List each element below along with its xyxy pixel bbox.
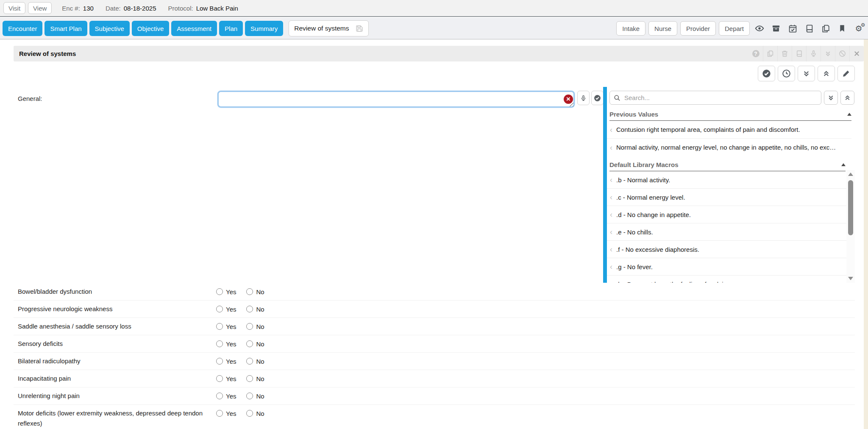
general-input-wrap: × [217, 91, 575, 108]
double-chevron-down-icon[interactable] [798, 66, 815, 81]
yes-option[interactable]: Yes [216, 408, 236, 418]
general-input[interactable] [217, 91, 575, 108]
macro-item[interactable]: ‹ .c - Normal energy level. [607, 188, 846, 206]
no-radio[interactable] [246, 306, 253, 312]
nav-tab[interactable]: Objective [132, 21, 170, 36]
stage-button[interactable]: Nurse [648, 21, 677, 36]
copy-icon[interactable] [819, 21, 832, 36]
no-radio[interactable] [246, 288, 253, 295]
no-option[interactable]: No [246, 287, 264, 297]
macro-item[interactable]: ‹ .d - No change in appetite. [607, 206, 846, 223]
no-option[interactable]: No [246, 356, 264, 366]
yes-option[interactable]: Yes [216, 321, 236, 332]
macro-item[interactable]: ‹ .h - Does not have the feeling of mala… [607, 275, 846, 283]
ban-icon[interactable] [835, 46, 849, 61]
no-label: No [256, 358, 264, 365]
clock-icon[interactable] [778, 66, 795, 81]
yes-option[interactable]: Yes [216, 304, 236, 314]
no-radio[interactable] [246, 358, 253, 365]
archive-icon[interactable] [769, 21, 783, 36]
stage-button[interactable]: Depart [719, 21, 750, 36]
macro-item[interactable]: ‹ .f - No excessive diaphoresis. [607, 240, 846, 258]
double-chevron-down-icon[interactable] [821, 46, 835, 61]
microphone-icon[interactable] [577, 91, 590, 105]
nav-tab[interactable]: Summary [245, 21, 283, 36]
nav-tab[interactable]: Encounter [3, 21, 42, 36]
yes-radio[interactable] [216, 358, 223, 365]
yes-radio[interactable] [216, 323, 223, 330]
trash-icon[interactable] [777, 46, 792, 61]
no-radio[interactable] [246, 340, 253, 347]
nav-tab[interactable]: Plan [219, 21, 243, 36]
question-row: Motor deficits (lower extremity weakness… [14, 404, 855, 429]
pencil-icon[interactable] [837, 66, 855, 81]
question-label: Bowel/bladder dysfunction [18, 287, 216, 297]
book-icon[interactable] [792, 46, 806, 61]
double-chevron-down-icon[interactable] [824, 91, 838, 105]
eye-icon[interactable] [753, 21, 766, 36]
collapse-triangle-icon[interactable] [841, 163, 846, 166]
nav-tab[interactable]: Smart Plan [45, 21, 87, 36]
no-option[interactable]: No [246, 373, 264, 384]
previous-values-title: Previous Values [609, 111, 658, 118]
nav-tab[interactable]: Assessment [171, 21, 217, 36]
macro-search-row [609, 91, 855, 105]
question-label: Progressive neurologic weakness [18, 304, 216, 314]
document-tab[interactable]: Review of systems [289, 20, 369, 36]
general-field-label: General: [18, 95, 42, 102]
macro-item[interactable]: ‹ .e - No chills. [607, 223, 846, 240]
stage-button[interactable]: Intake [616, 21, 645, 36]
no-radio[interactable] [246, 375, 253, 382]
previous-value-item[interactable]: ‹ Contusion right temporal area, complai… [607, 121, 851, 138]
yes-radio[interactable] [216, 410, 223, 417]
yes-radio[interactable] [216, 306, 223, 312]
nav-tab[interactable]: Subjective [89, 21, 130, 36]
confirm-check-icon[interactable] [591, 91, 604, 105]
check-circle-icon[interactable] [758, 66, 775, 81]
gear-small: ⚙ [861, 22, 865, 28]
panel-title: Review of systems [14, 50, 76, 57]
clear-field-button[interactable]: × [564, 95, 573, 104]
settings-gears-icon[interactable]: ⚙⚙ [852, 21, 865, 36]
book-icon[interactable] [802, 21, 816, 36]
microphone-icon[interactable] [806, 46, 821, 61]
yes-radio[interactable] [216, 340, 223, 347]
yes-radio[interactable] [216, 375, 223, 382]
macro-item[interactable]: ‹ .g - No fever. [607, 258, 846, 275]
no-option[interactable]: No [246, 391, 264, 401]
double-chevron-up-icon[interactable] [840, 91, 854, 105]
yes-radio[interactable] [216, 393, 223, 399]
bookmark-icon[interactable] [835, 21, 849, 36]
close-icon[interactable] [849, 46, 864, 61]
no-option[interactable]: No [246, 339, 264, 349]
no-radio[interactable] [246, 393, 253, 399]
yes-option[interactable]: Yes [216, 356, 236, 366]
calendar-check-icon[interactable] [786, 21, 799, 36]
scroll-down-arrow[interactable] [848, 277, 853, 280]
search-input[interactable] [623, 94, 817, 102]
previous-value-item[interactable]: ‹ Normal activity, normal energy level, … [607, 138, 851, 156]
no-radio[interactable] [246, 323, 253, 330]
collapse-triangle-icon[interactable] [847, 113, 851, 116]
visit-button[interactable]: Visit [3, 2, 25, 14]
no-option[interactable]: No [246, 321, 264, 332]
question-options: Yes No [216, 339, 264, 349]
no-label: No [256, 323, 264, 330]
help-icon[interactable]: ? [748, 46, 763, 61]
no-radio[interactable] [246, 410, 253, 417]
scroll-up-arrow[interactable] [848, 173, 853, 176]
insert-chevron-icon: ‹ [610, 144, 612, 151]
double-chevron-up-icon[interactable] [818, 66, 835, 81]
yes-option[interactable]: Yes [216, 287, 236, 297]
yes-option[interactable]: Yes [216, 391, 236, 401]
stage-button[interactable]: Provider [680, 21, 716, 36]
no-option[interactable]: No [246, 408, 264, 418]
yes-radio[interactable] [216, 288, 223, 295]
scrollbar-thumb[interactable] [848, 180, 853, 235]
yes-option[interactable]: Yes [216, 373, 236, 384]
no-option[interactable]: No [246, 304, 264, 314]
yes-option[interactable]: Yes [216, 339, 236, 349]
view-button[interactable]: View [28, 2, 52, 14]
macro-item[interactable]: ‹ .b - Normal activity. [607, 171, 846, 188]
copy-icon[interactable] [763, 46, 777, 61]
